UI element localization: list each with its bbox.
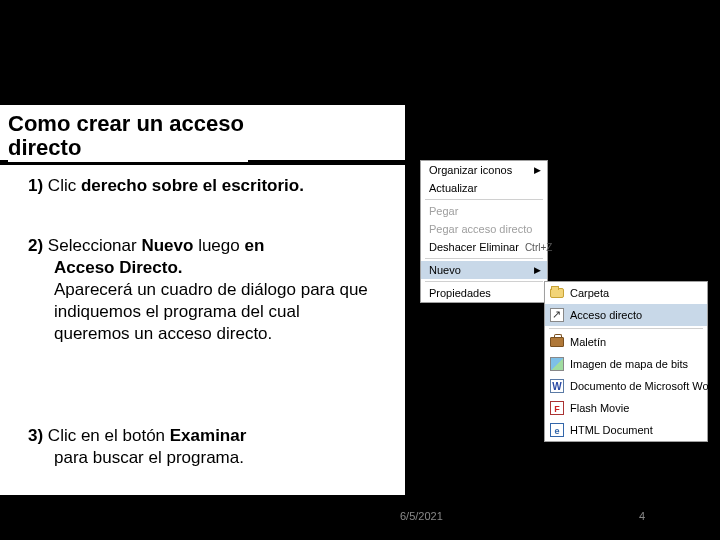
submenu-item-bmp[interactable]: Imagen de mapa de bits	[545, 353, 707, 375]
word-icon: W	[549, 378, 565, 394]
folder-icon	[549, 285, 565, 301]
menu-item-label: Organizar iconos	[429, 164, 512, 176]
submenu-item-word[interactable]: W Documento de Microsoft Word	[545, 375, 707, 397]
menu-item-shortcut: Ctrl+Z	[519, 242, 553, 253]
context-menu-illustration: Organizar iconos ▶ Actualizar Pegar Pega…	[420, 160, 705, 303]
step-2: 2) Seleccionar Nuevo luego en Acceso Dir…	[28, 235, 368, 345]
menu-separator	[425, 199, 543, 200]
footer-date: 6/5/2021	[400, 510, 443, 522]
slide-title: Como crear un acceso directo	[8, 110, 248, 162]
menu-item-label: Pegar	[429, 205, 458, 217]
step-2-c: luego	[198, 236, 240, 255]
submenu-item-maletin[interactable]: Maletín	[545, 331, 707, 353]
chevron-right-icon: ▶	[528, 265, 541, 275]
menu-item-organizar[interactable]: Organizar iconos ▶	[421, 161, 547, 179]
menu-item-label: Actualizar	[429, 182, 477, 194]
menu-item-nuevo[interactable]: Nuevo ▶	[421, 261, 547, 279]
step-2-rest: Aparecerá un cuadro de diálogo para que …	[54, 280, 368, 343]
menu-separator	[425, 281, 543, 282]
step-2-num: 2)	[28, 236, 43, 255]
footer-page-number: 4	[639, 510, 645, 522]
submenu-item-label: Documento de Microsoft Word	[570, 380, 718, 392]
step-3-a: Clic en el botón	[48, 426, 165, 445]
menu-item-label: Nuevo	[429, 264, 461, 276]
submenu-item-carpeta[interactable]: Carpeta	[545, 282, 707, 304]
menu-item-pegar-acceso: Pegar acceso directo	[421, 220, 547, 238]
slide: Como crear un acceso directo 1) Clic der…	[0, 0, 720, 540]
step-1-num: 1)	[28, 176, 43, 195]
submenu-item-label: Maletín	[570, 336, 606, 348]
flash-icon: F	[549, 400, 565, 416]
step-2-a: Seleccionar	[48, 236, 137, 255]
shortcut-icon	[549, 307, 565, 323]
context-menu: Organizar iconos ▶ Actualizar Pegar Pega…	[420, 160, 548, 303]
submenu-item-flash[interactable]: F Flash Movie	[545, 397, 707, 419]
step-3: 3) Clic en el botón Examinar para buscar…	[28, 425, 368, 469]
step-2-d: en	[244, 236, 264, 255]
menu-item-label: Pegar acceso directo	[429, 223, 532, 235]
menu-separator	[425, 258, 543, 259]
menu-item-actualizar[interactable]: Actualizar	[421, 179, 547, 197]
chevron-right-icon: ▶	[528, 165, 541, 175]
bitmap-icon	[549, 356, 565, 372]
menu-item-deshacer[interactable]: Deshacer Eliminar Ctrl+Z	[421, 238, 547, 256]
submenu-item-label: HTML Document	[570, 424, 653, 436]
step-1-bold: derecho sobre el escritorio.	[81, 176, 304, 195]
submenu-item-label: Carpeta	[570, 287, 609, 299]
menu-separator	[549, 328, 703, 329]
step-2-line2: Acceso Directo.	[54, 258, 183, 277]
briefcase-icon	[549, 334, 565, 350]
step-1-pre: Clic	[48, 176, 76, 195]
menu-item-label: Deshacer Eliminar	[429, 241, 519, 253]
menu-item-label: Propiedades	[429, 287, 491, 299]
submenu-nuevo: Carpeta Acceso directo Maletín Imagen de…	[544, 281, 708, 442]
step-3-rest: para buscar el programa.	[28, 447, 368, 469]
menu-item-propiedades[interactable]: Propiedades	[421, 284, 547, 302]
step-2-b: Nuevo	[141, 236, 193, 255]
menu-item-pegar: Pegar	[421, 202, 547, 220]
step-1: 1) Clic derecho sobre el escritorio.	[28, 175, 368, 196]
submenu-item-html[interactable]: e HTML Document	[545, 419, 707, 441]
submenu-item-label: Acceso directo	[570, 309, 642, 321]
submenu-item-label: Imagen de mapa de bits	[570, 358, 688, 370]
html-icon: e	[549, 422, 565, 438]
step-3-num: 3)	[28, 426, 43, 445]
step-3-b: Examinar	[170, 426, 247, 445]
submenu-item-label: Flash Movie	[570, 402, 629, 414]
submenu-item-acceso-directo[interactable]: Acceso directo	[545, 304, 707, 326]
